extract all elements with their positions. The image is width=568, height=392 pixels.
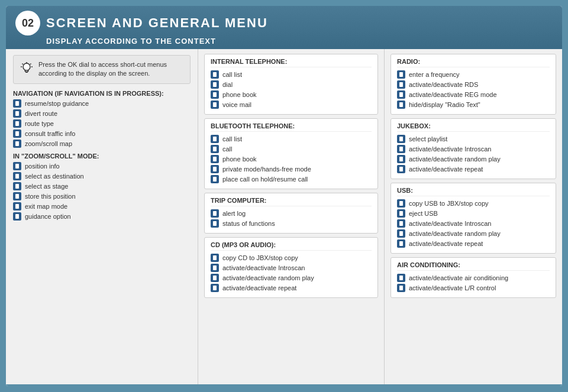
item-icon: [13, 202, 21, 210]
item-label: activate/deactivate Introscan: [222, 264, 305, 271]
nav-item: divert route: [13, 109, 191, 118]
card-title: USB:: [397, 187, 550, 196]
item-label: hide/display "Radio Text": [409, 101, 480, 108]
bulb-icon: [20, 61, 34, 76]
card-item: phone book: [211, 90, 372, 99]
zoom-item: guidance option: [13, 212, 191, 221]
item-label: phone book: [222, 155, 257, 163]
card-cd_mp3: CD (MP3 OR AUDIO): copy CD to JBX/stop c…: [204, 237, 378, 298]
card-usb: USB: copy USB to JBX/stop copy eject USB…: [390, 183, 556, 254]
item-icon: [397, 284, 405, 292]
card-title: RADIO:: [397, 58, 550, 67]
item-icon: [13, 140, 21, 148]
middle-cards: INTERNAL TELEPHONE: call list dial phone…: [204, 54, 378, 298]
item-label: status of functions: [222, 220, 275, 227]
card-title: BLUETOOTH TELEPHONE:: [211, 122, 372, 132]
card-bluetooth_telephone: BLUETOOTH TELEPHONE: call list call phon…: [204, 118, 378, 189]
item-label: activate/deactivate random play: [222, 274, 314, 281]
card-item: activate/deactivate Introscan: [211, 264, 372, 272]
card-title: AIR CONDITIONING:: [397, 261, 550, 271]
item-icon: [397, 209, 405, 218]
item-label: route type: [25, 120, 54, 127]
item-icon: [211, 219, 219, 228]
card-item: activate/deactivate REG mode: [397, 90, 550, 99]
card-item: call list: [211, 70, 372, 79]
zoom-item: store this position: [13, 192, 191, 200]
card-item: alert log: [211, 209, 372, 218]
item-label: activate/deactivate air conditioning: [409, 274, 508, 281]
card-item: activate/deactivate Introscan: [397, 219, 550, 228]
item-icon: [397, 70, 405, 79]
nav-item: zoom/scroll map: [13, 140, 191, 148]
card-item: activate/deactivate random play: [397, 155, 550, 163]
item-icon: [211, 101, 219, 109]
chapter-number: 02: [22, 17, 34, 30]
right-cards: RADIO: enter a frequency activate/deacti…: [390, 54, 556, 298]
item-icon: [13, 212, 21, 221]
item-label: place call on hold/resume call: [222, 176, 308, 183]
item-icon: [211, 254, 219, 262]
item-icon: [211, 90, 219, 99]
zoom-item: exit map mode: [13, 202, 191, 210]
card-item: copy CD to JBX/stop copy: [211, 254, 372, 262]
card-radio: RADIO: enter a frequency activate/deacti…: [390, 54, 556, 115]
card-item: activate/deactivate air conditioning: [397, 274, 550, 282]
item-label: exit map mode: [25, 203, 67, 210]
item-icon: [211, 155, 219, 163]
middle-panel: INTERNAL TELEPHONE: call list dial phone…: [198, 49, 385, 384]
page-title: SCREEN AND GENERAL MENU: [46, 15, 268, 31]
item-icon: [397, 145, 405, 153]
card-title: CD (MP3 OR AUDIO):: [211, 241, 372, 251]
svg-line-3: [22, 64, 24, 65]
card-jukebox: JUKEBOX: select playlist activate/deacti…: [390, 118, 556, 179]
nav-item: route type: [13, 119, 191, 128]
zoom-section-title: IN "ZOOM/SCROLL" MODE:: [13, 153, 191, 160]
item-label: activate/deactivate repeat: [409, 166, 483, 173]
item-label: private mode/hands-free mode: [222, 166, 311, 173]
item-icon: [397, 135, 405, 143]
item-icon: [211, 80, 219, 89]
card-title: INTERNAL TELEPHONE:: [211, 58, 372, 67]
item-icon: [211, 70, 219, 79]
item-icon: [211, 165, 219, 173]
card-item: activate/deactivate Introscan: [397, 145, 550, 153]
card-title: TRIP COMPUTER:: [211, 197, 372, 206]
svg-point-0: [23, 63, 30, 70]
zoom-item: position info: [13, 162, 191, 170]
item-label: enter a frequency: [409, 71, 460, 78]
card-title: JUKEBOX:: [397, 122, 550, 132]
item-label: zoom/scroll map: [25, 140, 72, 147]
item-label: resume/stop guidance: [25, 100, 89, 107]
page-header: 02 SCREEN AND GENERAL MENU DISPLAY ACCOR…: [6, 6, 562, 49]
item-icon: [397, 155, 405, 163]
item-icon: [13, 162, 21, 170]
card-item: call list: [211, 135, 372, 143]
item-label: activate/deactivate repeat: [409, 240, 483, 247]
card-item: dial: [211, 80, 372, 89]
card-item: activate/deactivate RDS: [397, 80, 550, 89]
item-label: activate/deactivate Introscan: [409, 220, 491, 227]
item-icon: [397, 90, 405, 99]
card-item: private mode/hands-free mode: [211, 165, 372, 173]
card-item: phone book: [211, 155, 372, 163]
item-label: alert log: [222, 210, 246, 217]
item-icon: [13, 182, 21, 190]
card-item: activate/deactivate random play: [397, 229, 550, 238]
item-label: copy USB to JBX/stop copy: [409, 200, 489, 207]
nav-item: consult traffic info: [13, 129, 191, 138]
item-icon: [13, 172, 21, 180]
item-label: activate/deactivate RDS: [409, 81, 478, 88]
card-item: activate/deactivate repeat: [397, 165, 550, 173]
item-icon: [13, 119, 21, 128]
item-label: activate/deactivate REG mode: [409, 91, 497, 98]
item-icon: [397, 80, 405, 89]
item-icon: [211, 135, 219, 143]
item-label: position info: [25, 163, 60, 170]
info-box: Press the OK dial to access short-cut me…: [13, 55, 191, 84]
card-item: activate/deactivate random play: [211, 274, 372, 282]
footer-bar: carmanualonline.info 7.5: [6, 384, 562, 386]
item-icon: [397, 165, 405, 173]
item-label: select as stage: [25, 183, 68, 190]
zoom-items-list: position info select as destination sele…: [13, 162, 191, 221]
item-icon: [211, 209, 219, 218]
